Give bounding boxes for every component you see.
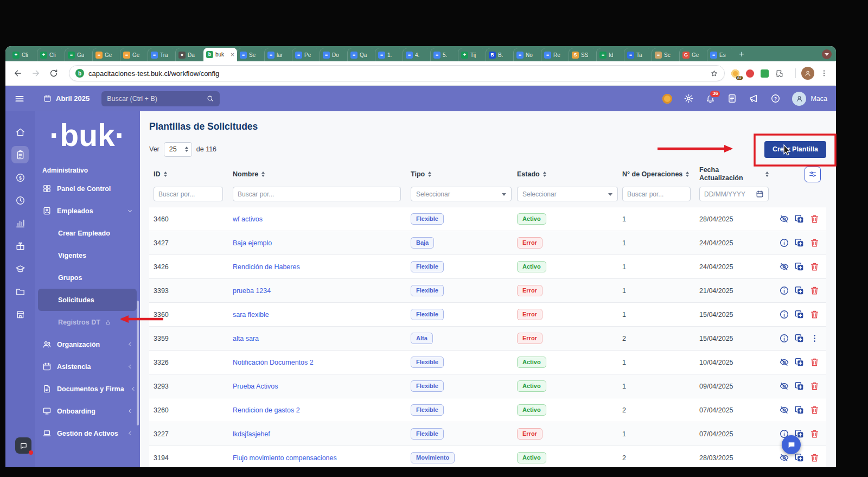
extension-icon-green[interactable] (761, 69, 769, 78)
table-settings-button[interactable] (805, 167, 821, 182)
browser-tab[interactable]: SSS (569, 48, 597, 61)
sidebar-scrollbar[interactable] (137, 301, 139, 425)
trash-icon[interactable] (809, 405, 820, 415)
browser-tab[interactable]: ≡Se (237, 48, 265, 61)
rail-item-training[interactable] (11, 260, 29, 277)
filter-input-4[interactable] (622, 187, 691, 201)
sidebar-item-empleados[interactable]: Empleados (35, 200, 140, 222)
eye-off-icon[interactable] (779, 405, 789, 415)
help-icon[interactable]: ? (770, 93, 781, 104)
reload-icon[interactable] (49, 68, 59, 78)
eye-off-icon[interactable] (779, 381, 789, 391)
trash-icon[interactable] (809, 453, 820, 463)
template-link[interactable]: Notificación Documentos 2 (233, 359, 314, 366)
template-link[interactable]: Baja ejemplo (233, 239, 272, 247)
sidebar-item-gestion-de-activos[interactable]: Gestión de Activos (35, 422, 140, 444)
browser-tab[interactable]: ≡lar (265, 48, 292, 61)
sidebar-item-onboarding[interactable]: Onboarding (35, 400, 140, 422)
browser-tab[interactable]: +Cli (37, 48, 65, 61)
browser-tab[interactable]: ≡Qa (348, 48, 375, 61)
eye-off-icon[interactable] (779, 453, 789, 463)
duplicate-icon[interactable] (794, 381, 805, 391)
tab-search-button[interactable] (822, 49, 832, 59)
sort-icon[interactable] (686, 171, 689, 177)
duplicate-icon[interactable] (794, 262, 805, 272)
browser-menu-icon[interactable] (820, 69, 828, 78)
trash-icon[interactable] (809, 285, 820, 296)
user-menu[interactable]: Maca (792, 92, 827, 106)
rail-item-documents[interactable] (11, 283, 29, 300)
column-header-id[interactable]: ID (149, 170, 229, 178)
filter-input-1[interactable] (233, 187, 401, 201)
browser-tab[interactable]: +Tij (458, 48, 486, 61)
gear-icon[interactable] (684, 93, 694, 104)
sidebar-subitem-grupos[interactable]: Grupos (38, 266, 137, 289)
forward-icon[interactable] (31, 68, 41, 78)
browser-tab[interactable]: ≡4. (403, 48, 431, 61)
eye-off-icon[interactable] (779, 214, 789, 224)
crear-plantilla-button[interactable]: Crear Plantilla (764, 141, 826, 158)
trash-icon[interactable] (809, 357, 820, 367)
kebab-icon[interactable] (809, 333, 820, 344)
browser-tab[interactable]: ≡Id (597, 48, 624, 61)
browser-tab[interactable]: ≡Ga (65, 48, 93, 61)
documents-icon[interactable] (727, 93, 737, 104)
template-link[interactable]: Flujo movimiento compensaciones (233, 454, 337, 462)
tab-close-icon[interactable]: × (231, 52, 234, 58)
browser-tab[interactable]: +Cli (10, 48, 37, 61)
sort-icon[interactable] (428, 171, 431, 177)
sidebar-item-organizacion[interactable]: Organización (35, 333, 140, 355)
rail-item-payroll[interactable]: $ (11, 169, 29, 186)
extension-icon-red[interactable] (746, 69, 754, 78)
sort-icon[interactable] (164, 171, 167, 177)
trash-icon[interactable] (809, 309, 820, 320)
info-icon[interactable] (779, 285, 789, 296)
trash-icon[interactable] (809, 262, 820, 272)
megaphone-icon[interactable] (749, 93, 759, 104)
extension-icon-gold[interactable]: 87 (731, 69, 739, 78)
filter-input-0[interactable] (154, 187, 223, 201)
browser-tab[interactable]: ≡Tra (148, 48, 176, 61)
duplicate-icon[interactable] (794, 405, 805, 415)
browser-tab[interactable]: ≡Ta (624, 48, 652, 61)
global-search[interactable] (101, 91, 220, 106)
trash-icon[interactable] (809, 429, 820, 439)
browser-tab[interactable]: ●Da (176, 48, 203, 61)
browser-tab[interactable]: BB. (486, 48, 514, 61)
sort-icon[interactable] (261, 171, 265, 177)
column-header-n-de-operaciones[interactable]: N° de Operaciones (619, 170, 696, 178)
browser-tab[interactable]: ≡No (514, 48, 541, 61)
notifications-button[interactable]: 36 (705, 93, 716, 104)
info-icon[interactable] (779, 333, 789, 344)
sidebar-subitem-crear-empleado[interactable]: Crear Empleado (38, 222, 137, 244)
duplicate-icon[interactable] (794, 309, 805, 320)
page-size-select[interactable]: 25 (164, 142, 192, 157)
browser-tab-active[interactable]: bbuk× (203, 48, 237, 61)
address-bar[interactable]: b capacitaciones-test.buk.cl/workflow/co… (69, 65, 725, 81)
filter-select-3[interactable]: Seleccionar (517, 187, 618, 201)
browser-tab[interactable]: ≡5. (431, 48, 458, 61)
sidebar-item-documentos-y-firma[interactable]: Documentos y Firma (35, 378, 140, 400)
column-header-estado[interactable]: Estado (514, 170, 619, 178)
duplicate-icon[interactable] (794, 214, 805, 224)
eye-off-icon[interactable] (779, 262, 789, 272)
browser-tab[interactable]: ≡Ge (120, 48, 148, 61)
column-header-tipo[interactable]: Tipo (407, 170, 514, 178)
rail-item-requests[interactable] (11, 146, 29, 163)
browser-tab[interactable]: ≡1. (375, 48, 403, 61)
sort-icon[interactable] (765, 171, 769, 177)
browser-profile-avatar[interactable] (801, 67, 814, 80)
trash-icon[interactable] (809, 214, 820, 224)
sidebar-item-asistencia[interactable]: Asistencia (35, 355, 140, 378)
period-selector[interactable]: Abril 2025 (43, 94, 90, 103)
trash-icon[interactable] (809, 238, 820, 248)
browser-tab[interactable]: ≡Ge (93, 48, 120, 61)
browser-tab[interactable]: GGe (680, 48, 707, 61)
browser-tab[interactable]: ≡Do (320, 48, 348, 61)
column-header-nombre[interactable]: Nombre (229, 170, 407, 178)
back-icon[interactable] (13, 68, 23, 78)
bookmark-star-icon[interactable] (710, 69, 718, 78)
rail-item-portal[interactable] (11, 306, 29, 323)
new-tab-button[interactable]: + (735, 48, 748, 61)
template-link[interactable]: sara flexible (233, 311, 269, 319)
